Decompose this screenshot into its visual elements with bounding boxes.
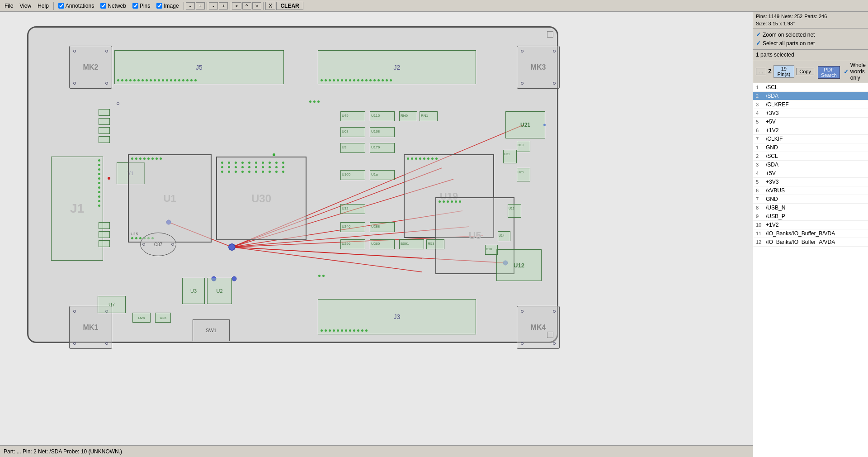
net-name: +1V2	[766, 127, 865, 133]
annotations-checkbox[interactable]	[58, 3, 64, 9]
select-all-label: Select all parts on net	[763, 40, 815, 47]
net-name: /USB_N	[766, 205, 865, 211]
nav-up-button[interactable]: ^	[242, 2, 251, 10]
net-list-item[interactable]: 1/SCL	[753, 83, 868, 92]
increase-button[interactable]: +	[219, 2, 228, 10]
net-list-item[interactable]: 9/USB_P	[753, 212, 868, 221]
small-comp-u13: U13	[508, 204, 521, 218]
pins-check[interactable]: Pins	[130, 2, 153, 10]
small-comp-r2	[99, 118, 110, 125]
net-num: 5	[756, 179, 766, 185]
small-comp-u32: U32	[340, 204, 365, 214]
net-list-item[interactable]: 3/SDA	[753, 161, 868, 169]
net-list-item[interactable]: 2/SCL	[753, 152, 868, 161]
u1-pins-top	[131, 157, 212, 160]
j2-component: J2	[318, 50, 476, 84]
image-check[interactable]: Image	[154, 2, 181, 10]
u1a-label: U1a	[370, 171, 379, 177]
copy-button[interactable]: Copy	[796, 68, 814, 75]
view-menu[interactable]: View	[17, 2, 34, 10]
mk1-pin4	[105, 342, 108, 345]
net-list-item[interactable]: 1GND	[753, 143, 868, 152]
select-all-row[interactable]: ✓ Select all parts on net	[756, 39, 865, 48]
net-list-item[interactable]: 4+5V	[753, 169, 868, 178]
u246-label: U246	[341, 224, 351, 229]
zoom-in-button[interactable]: +	[196, 2, 205, 10]
net-name: /xVBUS	[766, 187, 865, 194]
select-check-icon: ✓	[756, 40, 761, 47]
small-comp-r4	[99, 136, 110, 143]
mk3-pin4	[553, 82, 556, 85]
net-name: +5V	[766, 170, 865, 176]
file-menu[interactable]: File	[2, 2, 16, 10]
rn0-label: RN0	[400, 113, 409, 119]
net-list-item[interactable]: 7GND	[753, 195, 868, 204]
pins-checkbox[interactable]	[132, 3, 138, 9]
j5-component: J5	[114, 50, 284, 84]
netweb-check[interactable]: Netweb	[98, 2, 129, 10]
j3-component: J3	[318, 299, 476, 334]
net-list[interactable]: 1/SCL2/SDA3/CLKREF4+3V35+5V6+1V27/CLKIF1…	[753, 83, 868, 457]
pin-bar: ... Z 19 Pin(s) Copy PDF Search ✓ Whole …	[753, 60, 868, 83]
net-list-item[interactable]: 2/SDA	[753, 92, 868, 100]
net-list-item[interactable]: 5+3V3	[753, 178, 868, 186]
j5-label: J5	[196, 64, 203, 71]
net-name: GND	[766, 196, 865, 202]
pcb-canvas[interactable]: MK2 MK3 MK1	[0, 12, 753, 457]
selected-info: 1 parts selected	[753, 50, 868, 60]
u12-label: U12	[514, 262, 524, 269]
decrease-button[interactable]: -	[209, 2, 218, 10]
mk1-pin3	[73, 342, 76, 345]
mk2-pin2	[105, 50, 108, 52]
pin-count-button[interactable]: 19 Pin(s)	[774, 65, 795, 78]
zoom-on-net-row[interactable]: ✓ Zoom on selected net	[756, 30, 865, 39]
u7-component: U7	[98, 296, 126, 313]
net-list-item[interactable]: 7/CLKIF	[753, 135, 868, 143]
net-list-item[interactable]: 3/CLKREF	[753, 100, 868, 109]
net-list-item[interactable]: 6/xVBUS	[753, 186, 868, 195]
u9-label: U9	[341, 144, 347, 150]
sep1	[53, 2, 54, 10]
u105-label: U105	[341, 171, 351, 177]
dot-top	[117, 102, 119, 105]
help-menu[interactable]: Help	[35, 2, 52, 10]
net-list-item[interactable]: 11/IO_Banks/IO_Buffer_B/VDA	[753, 229, 868, 238]
j1-pins	[98, 159, 101, 207]
mk3-component: MK3	[517, 46, 560, 89]
net-num: 1	[756, 85, 766, 90]
annotations-check[interactable]: Annotations	[56, 2, 97, 10]
net-list-item[interactable]: 4+3V3	[753, 109, 868, 118]
mk3-pin3	[521, 82, 524, 85]
net-num: 6	[756, 128, 766, 133]
net-list-item[interactable]: 12/IO_Banks/IO_Buffer_A/VDA	[753, 238, 868, 247]
u68-label: U68	[341, 129, 349, 134]
net-name: +3V3	[766, 110, 865, 116]
zoom-out-button[interactable]: -	[186, 2, 195, 10]
nav-left-button[interactable]: <	[232, 2, 241, 10]
net-list-item[interactable]: 8/USB_N	[753, 204, 868, 212]
net-list-item[interactable]: 6+1V2	[753, 126, 868, 135]
sw1-component: SW1	[193, 319, 230, 341]
small-comp-b001: B001	[399, 239, 424, 249]
ellipsis-button[interactable]: ...	[756, 68, 766, 75]
right-panel: Pins: 1149 Nets: 252 Parts: 246 Size: 3.…	[753, 12, 868, 457]
image-checkbox[interactable]	[156, 3, 162, 9]
small-comp-u9: U9	[340, 143, 365, 153]
red-pin-j1	[108, 177, 110, 180]
whole-words-check-icon: ✓	[844, 68, 849, 75]
c87-label: C87	[154, 242, 162, 247]
nav-right-button[interactable]: >	[252, 2, 261, 10]
small-comp-r7	[99, 240, 110, 247]
net-list-item[interactable]: 5+5V	[753, 118, 868, 126]
netweb-checkbox[interactable]	[100, 3, 106, 9]
clear-button[interactable]: CLEAR	[276, 2, 303, 10]
net-list-item[interactable]: 10+1V2	[753, 221, 868, 229]
sep4	[230, 2, 230, 10]
green-dot-mid	[273, 153, 275, 156]
small-comp-r5	[99, 222, 110, 229]
pdf-search-button[interactable]: PDF Search	[818, 66, 840, 79]
u2-label: U2	[216, 288, 222, 294]
parts-label: Parts: 246	[804, 14, 827, 19]
x-button[interactable]: X	[265, 2, 275, 10]
small-comp-rn1: RN1	[420, 111, 438, 121]
